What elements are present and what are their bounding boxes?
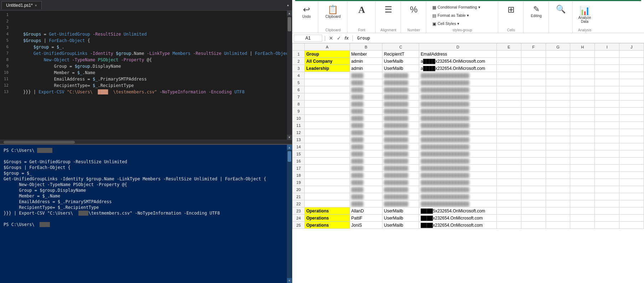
table-cell[interactable]	[546, 207, 570, 215]
table-cell[interactable]: ████████████████	[419, 150, 497, 158]
table-cell[interactable]	[570, 58, 595, 65]
analyze-data-btn[interactable]: 📊 AnalyzeData	[576, 4, 593, 26]
table-cell[interactable]	[497, 93, 521, 101]
table-cell[interactable]	[595, 215, 619, 222]
table-cell[interactable]: ████████████████	[419, 72, 497, 79]
table-cell[interactable]: ████████	[382, 101, 419, 108]
terminal-scroll-down[interactable]: ▼	[287, 278, 292, 283]
table-cell[interactable]	[497, 158, 521, 165]
table-cell[interactable]	[305, 72, 350, 79]
table-cell[interactable]: UserMailb	[382, 222, 419, 229]
table-cell[interactable]: ████	[350, 122, 382, 129]
table-cell[interactable]: ████████	[382, 150, 419, 158]
editor-scroll-up-btn[interactable]: ▲	[285, 0, 290, 10]
table-cell[interactable]: ████████████████	[419, 101, 497, 108]
table-cell[interactable]	[305, 150, 350, 158]
table-cell[interactable]	[546, 72, 570, 79]
table-cell[interactable]	[570, 165, 595, 172]
table-cell[interactable]: EmailAddress	[419, 51, 497, 58]
table-cell[interactable]	[305, 86, 350, 93]
table-cell[interactable]	[595, 207, 619, 215]
table-cell[interactable]	[497, 215, 521, 222]
table-cell[interactable]	[497, 179, 521, 186]
table-cell[interactable]: ████████	[382, 158, 419, 165]
table-cell[interactable]	[595, 101, 619, 108]
table-cell[interactable]: ████████████████	[419, 200, 497, 207]
table-cell[interactable]	[497, 122, 521, 129]
table-cell[interactable]	[546, 179, 570, 186]
table-cell[interactable]	[570, 143, 595, 150]
table-cell[interactable]	[595, 179, 619, 186]
table-cell[interactable]	[595, 172, 619, 179]
search-btn[interactable]: 🔍	[552, 4, 570, 15]
table-cell[interactable]	[570, 93, 595, 101]
table-cell[interactable]: ████████	[382, 108, 419, 115]
table-cell[interactable]: ████████	[382, 193, 419, 200]
table-cell[interactable]	[619, 115, 644, 122]
table-cell[interactable]	[546, 79, 570, 86]
table-cell[interactable]	[546, 129, 570, 136]
table-cell[interactable]	[595, 222, 619, 229]
table-cell[interactable]: ████████████████	[419, 172, 497, 179]
col-header-d[interactable]: D	[419, 43, 497, 51]
table-cell[interactable]	[595, 86, 619, 93]
table-cell[interactable]: ████	[350, 129, 382, 136]
col-header-e[interactable]: E	[497, 43, 521, 51]
table-cell[interactable]: ████	[350, 101, 382, 108]
table-cell[interactable]	[595, 122, 619, 129]
table-cell[interactable]	[305, 122, 350, 129]
alignment-btn[interactable]: ☰	[380, 4, 397, 16]
table-cell[interactable]: ████████████████	[419, 158, 497, 165]
confirm-formula-btn[interactable]: ✓	[336, 35, 342, 42]
table-cell[interactable]	[546, 193, 570, 200]
table-cell[interactable]	[497, 207, 521, 215]
table-cell[interactable]	[619, 129, 644, 136]
table-cell[interactable]	[521, 215, 546, 222]
table-cell[interactable]	[570, 172, 595, 179]
table-cell[interactable]	[546, 122, 570, 129]
table-cell[interactable]	[521, 193, 546, 200]
col-header-b[interactable]: B	[350, 43, 382, 51]
table-cell[interactable]	[521, 51, 546, 58]
table-cell[interactable]	[497, 200, 521, 207]
table-cell[interactable]	[497, 86, 521, 93]
table-cell[interactable]: ████████	[382, 129, 419, 136]
number-btn[interactable]: %	[405, 4, 422, 16]
table-cell[interactable]: a████x232654.OnMicrosoft.com	[419, 58, 497, 65]
table-cell[interactable]	[521, 186, 546, 193]
table-cell[interactable]	[497, 193, 521, 200]
table-cell[interactable]	[546, 158, 570, 165]
table-cell[interactable]: PattiF	[350, 215, 382, 222]
table-cell[interactable]: ████	[350, 158, 382, 165]
editor-v-scrollbar[interactable]: ▲ ▼	[287, 11, 292, 140]
table-cell[interactable]	[497, 65, 521, 72]
table-cell[interactable]: ████	[350, 143, 382, 150]
table-cell[interactable]	[497, 72, 521, 79]
table-cell[interactable]	[595, 58, 619, 65]
table-cell[interactable]	[497, 222, 521, 229]
table-cell[interactable]	[546, 65, 570, 72]
table-cell[interactable]	[305, 79, 350, 86]
table-cell[interactable]: ████	[350, 172, 382, 179]
table-cell[interactable]	[546, 115, 570, 122]
table-cell[interactable]: JoniS	[350, 222, 382, 229]
table-cell[interactable]	[305, 136, 350, 143]
font-btn[interactable]: A	[353, 4, 370, 16]
table-cell[interactable]	[521, 79, 546, 86]
table-cell[interactable]: ████████	[382, 179, 419, 186]
table-cell[interactable]	[546, 58, 570, 65]
table-cell[interactable]: ████	[350, 79, 382, 86]
col-header-j[interactable]: J	[619, 43, 644, 51]
table-cell[interactable]	[570, 86, 595, 93]
table-cell[interactable]	[595, 129, 619, 136]
table-cell[interactable]: ████████	[382, 93, 419, 101]
table-cell[interactable]: UserMailb	[382, 207, 419, 215]
table-cell[interactable]: ████	[350, 136, 382, 143]
table-cell[interactable]: ████████████████	[419, 115, 497, 122]
table-cell[interactable]	[570, 193, 595, 200]
table-cell[interactable]	[497, 79, 521, 86]
table-cell[interactable]	[595, 136, 619, 143]
table-cell[interactable]	[305, 165, 350, 172]
table-cell[interactable]	[497, 58, 521, 65]
table-cell[interactable]: ████	[350, 86, 382, 93]
